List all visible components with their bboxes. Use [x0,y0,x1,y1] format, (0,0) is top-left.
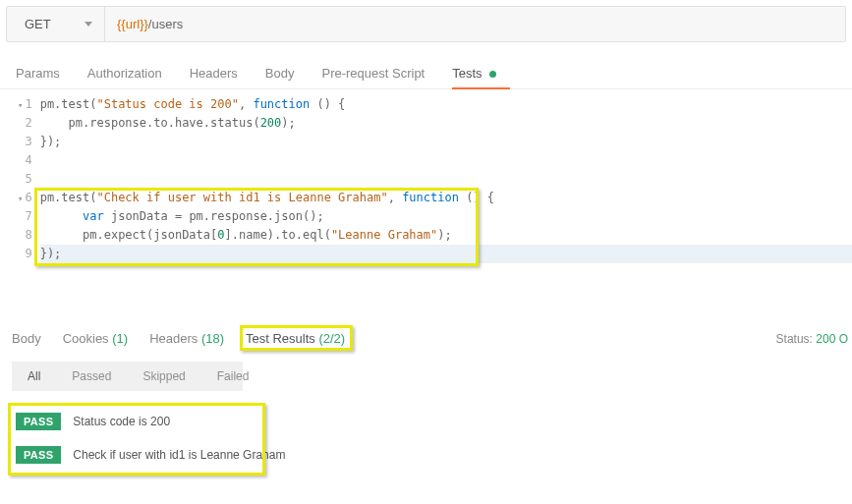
request-tabs: Params Authorization Headers Body Pre-re… [0,66,852,89]
tab-tests[interactable]: Tests [452,66,496,88]
line-gutter: ▾1 2 3 4 5 ▾6 7 8 9 [0,95,40,323]
filter-failed[interactable]: Failed [201,362,265,391]
ltab-headers[interactable]: Headers (18) [149,331,224,346]
url-path: /users [148,17,183,31]
test-result-row: PASS Status code is 200 [12,405,840,438]
ltab-test-results-count: (2/2) [318,331,345,346]
tab-headers[interactable]: Headers [190,66,238,88]
tab-params[interactable]: Params [16,66,60,88]
filter-all[interactable]: All [12,362,56,391]
chevron-down-icon [85,22,92,27]
tab-authorization[interactable]: Authorization [87,66,162,88]
status-label: Status: [776,332,813,346]
ltab-cookies[interactable]: Cookies (1) [63,331,128,346]
ltab-headers-count: (18) [201,331,224,346]
pass-badge: PASS [16,413,61,430]
filter-passed[interactable]: Passed [56,362,127,391]
tab-body[interactable]: Body [265,66,295,88]
ltab-cookies-count: (1) [112,331,128,346]
filter-skipped[interactable]: Skipped [127,362,200,391]
test-result-name: Status code is 200 [73,415,170,428]
code-editor[interactable]: ▾1 2 3 4 5 ▾6 7 8 9 pm.test("Status code… [0,89,852,323]
request-bar: GET {{url}}/users [6,6,846,42]
ltab-cookies-label: Cookies [63,331,109,346]
url-input[interactable]: {{url}}/users [105,7,845,41]
status-text: Status: 200 O [776,332,848,346]
ltab-body[interactable]: Body [12,331,41,346]
test-results-list: PASS Status code is 200 PASS Check if us… [12,405,840,472]
unsaved-dot-icon [489,71,496,78]
results-filter-bar: All Passed Skipped Failed [12,362,243,391]
tab-tests-label: Tests [452,66,482,81]
url-variable: {{url}} [117,17,148,31]
method-select[interactable]: GET [7,7,105,41]
response-tabs-row: Body Cookies (1) Headers (18) Test Resul… [0,331,852,346]
tab-prerequest[interactable]: Pre-request Script [321,66,425,88]
method-label: GET [25,17,51,31]
ltab-test-results[interactable]: Test Results (2/2) [246,331,345,346]
code-lines: pm.test("Status code is 200", function (… [40,95,852,323]
response-tabs: Body Cookies (1) Headers (18) Test Resul… [12,331,345,346]
status-value: 200 O [816,332,848,346]
pass-badge: PASS [16,446,61,464]
ltab-headers-label: Headers [149,331,198,346]
test-result-row: PASS Check if user with id1 is Leanne Gr… [12,438,840,472]
ltab-test-results-label: Test Results [246,331,315,346]
test-result-name: Check if user with id1 is Leanne Graham [73,448,285,462]
